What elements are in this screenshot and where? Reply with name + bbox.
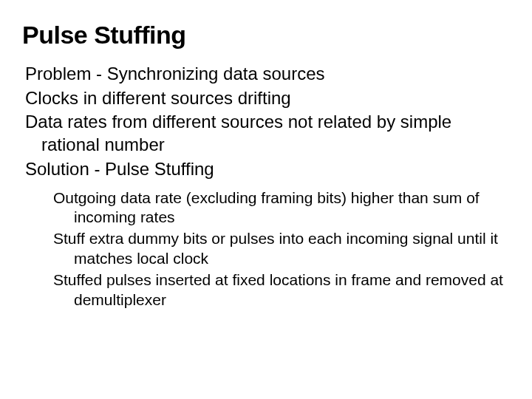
- point-clock-drift: Clocks in different sources drifting: [25, 87, 510, 110]
- point-problem: Problem - Synchronizing data sources: [25, 63, 510, 86]
- subpoint-stuff-bits: Stuff extra dummy bits or pulses into ea…: [53, 229, 510, 269]
- slide: Pulse Stuffing Problem - Synchronizing d…: [0, 0, 532, 399]
- subpoint-outgoing-rate: Outgoing data rate (excluding framing bi…: [53, 188, 510, 228]
- body-main: Problem - Synchronizing data sources Clo…: [22, 63, 510, 181]
- point-data-rates: Data rates from different sources not re…: [25, 111, 510, 156]
- point-solution: Solution - Pulse Stuffing: [25, 158, 510, 181]
- slide-title: Pulse Stuffing: [22, 21, 510, 50]
- body-sub: Outgoing data rate (excluding framing bi…: [22, 188, 510, 310]
- subpoint-fixed-locations: Stuffed pulses inserted at fixed locatio…: [53, 270, 510, 310]
